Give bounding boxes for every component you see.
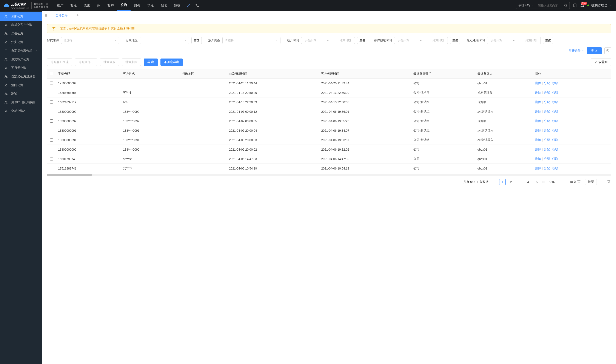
tabs-collapse[interactable] [42,11,50,20]
refresh-button[interactable] [604,47,611,54]
op-delete[interactable]: 删除 [535,119,541,123]
op-delete[interactable]: 删除 [535,100,541,104]
search-button[interactable] [562,2,570,9]
op-assign[interactable]: 分配 [544,100,550,104]
nav-item-0[interactable]: 推广 [53,0,67,11]
search-type[interactable]: 手机号码 [516,2,536,9]
sidebar-item-2[interactable]: 二咨公海 [0,29,42,38]
op-assign[interactable]: 分配 [544,91,550,94]
op-claim[interactable]: 领取 [552,110,558,113]
user-menu[interactable]: 机构管理员 [587,3,612,8]
nav-item-5[interactable]: 公海 [117,0,130,11]
nav-item-6[interactable]: 财务 [130,0,144,11]
op-assign[interactable]: 分配 [544,167,550,170]
sidebar-item-1[interactable]: 非成交客户公海 [0,21,42,29]
row-checkbox[interactable] [50,157,53,160]
notification-bell[interactable]: 99+ [580,3,584,8]
phone-icon[interactable] [195,3,199,8]
op-claim[interactable]: 领取 [552,138,558,142]
op-claim[interactable]: 领取 [552,157,558,160]
tablet-icon[interactable] [573,3,577,8]
export-plain-button[interactable]: 不加密导出 [160,59,183,66]
op-assign[interactable]: 分配 [544,138,550,142]
op-assign[interactable]: 分配 [544,157,550,160]
select-all-checkbox[interactable] [50,72,53,75]
op-assign[interactable]: 分配 [544,119,550,123]
op-claim[interactable]: 领取 [552,100,558,104]
filter-abandon-time-range[interactable]: 开始日期 ~ 结束日期 [301,37,355,44]
filter-last-call-null[interactable]: 空值 [543,37,553,44]
row-checkbox[interactable] [50,101,53,104]
op-delete[interactable]: 删除 [535,138,541,142]
nav-item-2[interactable]: 线索 [80,0,94,11]
batch-claim-button[interactable]: 批量领取 [100,59,119,66]
sidebar-item-9[interactable]: 测试 [0,90,42,98]
add-user-icon[interactable] [187,3,191,8]
page-2[interactable]: 2 [508,179,514,185]
op-claim[interactable]: 领取 [552,119,558,123]
sidebar-item-3[interactable]: 注安公海 [0,38,42,46]
row-checkbox[interactable] [50,91,53,94]
tab-add[interactable]: + [73,11,82,20]
op-assign[interactable]: 分配 [544,81,550,85]
filter-create-time-range[interactable]: 开始日期 ~ 结束日期 [394,37,448,44]
sidebar-item-10[interactable]: 测试昨日回库数据 [0,98,42,107]
nav-item-9[interactable]: 数据 [171,0,184,11]
op-delete[interactable]: 删除 [535,167,541,170]
prev-page[interactable] [491,179,497,185]
row-checkbox[interactable] [50,138,53,142]
page-size-select[interactable]: 10 条/页 [568,179,586,185]
row-checkbox[interactable] [50,129,53,132]
op-claim[interactable]: 领取 [552,148,558,151]
filter-friend-source[interactable]: 请选择 [61,37,119,44]
sidebar-item-7[interactable]: 自定义公海过滤器 [0,72,42,81]
filter-last-call-range[interactable]: 开始日期 ~ 结束日期 [487,37,541,44]
row-checkbox[interactable] [50,81,53,85]
sidebar-item-4[interactable]: 自定义公海分组 [0,46,42,55]
op-delete[interactable]: 删除 [535,148,541,151]
batch-delete-button[interactable]: 批量删除 [122,59,141,66]
op-delete[interactable]: 删除 [535,157,541,160]
op-assign[interactable]: 分配 [544,148,550,151]
nav-item-3[interactable]: IM [94,0,104,11]
row-checkbox[interactable] [50,167,53,170]
export-button[interactable]: 导 出 [144,59,158,66]
nav-item-4[interactable]: 客户 [104,0,117,11]
op-assign[interactable]: 分配 [544,129,550,132]
search-button[interactable]: 查 询 [587,47,602,54]
nav-item-8[interactable]: 报名 [157,0,171,11]
filter-region-null[interactable]: 空值 [192,37,202,44]
op-delete[interactable]: 删除 [535,91,541,94]
nav-item-7[interactable]: 学服 [144,0,157,11]
scrollbar-thumb[interactable] [47,174,92,176]
expand-conditions[interactable]: 展开条件 [569,49,584,53]
filter-create-time-null[interactable]: 空值 [450,37,460,44]
sidebar-item-5[interactable]: 成交客户公海 [0,55,42,64]
op-delete[interactable]: 删除 [535,110,541,113]
filter-abandon-type[interactable]: 请选择 [222,37,281,44]
row-checkbox[interactable] [50,148,53,151]
jump-input[interactable] [596,179,605,185]
columns-button[interactable]: 设置列 [591,59,611,66]
op-claim[interactable]: 领取 [552,167,558,170]
sidebar-item-8[interactable]: 消防公海 [0,81,42,90]
op-delete[interactable]: 删除 [535,81,541,85]
op-claim[interactable]: 领取 [552,129,558,132]
next-page[interactable] [559,179,565,185]
row-checkbox[interactable] [50,119,53,123]
horizontal-scrollbar[interactable] [47,174,611,176]
op-claim[interactable]: 领取 [552,91,558,94]
nav-item-1[interactable]: 客服 [67,0,80,11]
logo[interactable]: 云朵CRM www.yunduocrm.com 教育机构一站 式服务云平台 [0,2,51,9]
page-4[interactable]: 4 [525,179,531,185]
sidebar-item-6[interactable]: 五月天公海 [0,64,42,72]
sidebar-item-0[interactable]: 全部公海 [0,12,42,21]
op-claim[interactable]: 领取 [552,81,558,85]
row-checkbox[interactable] [50,110,53,113]
op-delete[interactable]: 删除 [535,129,541,132]
page-last[interactable]: 6882 [547,179,557,185]
op-assign[interactable]: 分配 [544,110,550,113]
tab-all-sea[interactable]: 全部公海 [50,11,73,20]
page-1[interactable]: 1 [499,179,506,185]
page-3[interactable]: 3 [516,179,523,185]
